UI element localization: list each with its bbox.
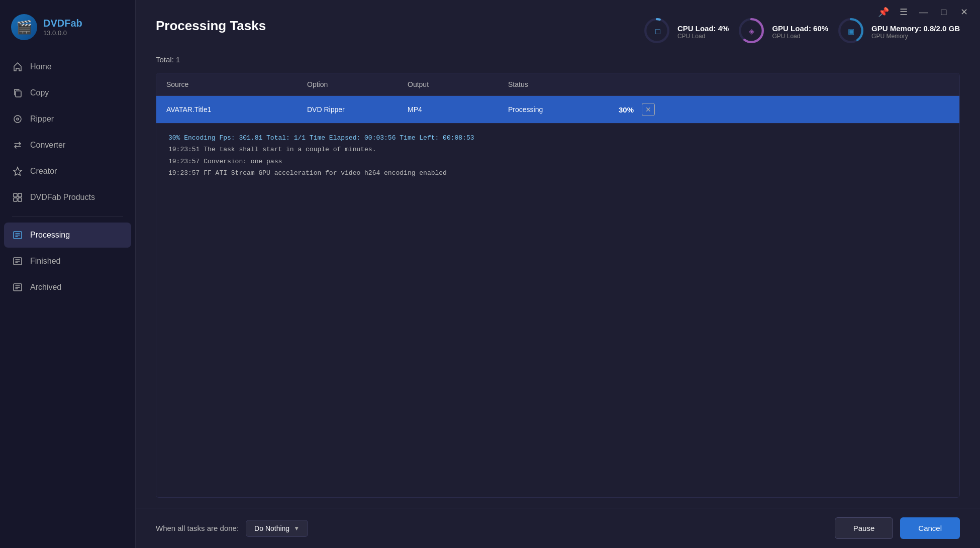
sidebar-item-creator[interactable]: Creator: [4, 159, 131, 184]
cell-status: Processing: [508, 105, 619, 114]
log-line-3: 19:23:57 FF ATI Stream GPU acceleration …: [168, 167, 947, 179]
sidebar-item-copy-label: Copy: [30, 88, 49, 97]
pin-button[interactable]: 📌: [877, 6, 890, 18]
svg-point-1: [14, 116, 21, 123]
when-done-row: When all tasks are done: Do Nothing ▼: [156, 520, 308, 537]
mem-metric: ▣ GPU Memory: 0.8/2.0 GB GPU Memory: [838, 18, 960, 45]
finished-icon: [12, 256, 23, 267]
progress-percent: 30%: [619, 105, 634, 114]
app-version: 13.0.0.0: [43, 29, 82, 37]
main-area: 📌 ☰ — □ ✕ Processing Tasks □: [136, 0, 980, 548]
page-title: Processing Tasks: [156, 18, 266, 34]
window-controls: 📌 ☰ — □ ✕: [877, 6, 970, 18]
header-option: Option: [307, 80, 408, 88]
sidebar-item-finished[interactable]: Finished: [4, 249, 131, 274]
logo-area: 🎬 DVDFab 13.0.0.0: [0, 5, 135, 54]
sidebar-item-dvdfab-products[interactable]: DVDFab Products: [4, 185, 131, 210]
close-button[interactable]: ✕: [958, 6, 970, 18]
sidebar-item-converter[interactable]: Converter: [4, 133, 131, 158]
svg-rect-4: [14, 193, 17, 197]
action-buttons: Pause Cancel: [835, 517, 960, 539]
table-header: Source Option Output Status: [156, 73, 959, 96]
maximize-button[interactable]: □: [938, 6, 950, 18]
content-area: Processing Tasks □ CPU Load: 4% CPU Load: [136, 0, 980, 508]
cell-output: MP4: [408, 105, 508, 114]
sidebar-item-processing[interactable]: Processing: [4, 223, 131, 248]
cpu-icon: □: [653, 29, 662, 34]
task-table: Source Option Output Status AVATAR.Title…: [156, 73, 960, 498]
when-done-label: When all tasks are done:: [156, 524, 239, 532]
sidebar-item-archived-label: Archived: [30, 283, 61, 292]
gpu-metric: ◈ GPU Load: 60% GPU Load: [739, 18, 828, 45]
converter-icon: [12, 140, 23, 151]
archived-icon: [12, 282, 23, 293]
ripper-icon: [12, 114, 23, 125]
header-output: Output: [408, 80, 508, 88]
gpu-ring: ◈: [739, 18, 766, 45]
cancel-button[interactable]: Cancel: [900, 517, 960, 539]
pause-button[interactable]: Pause: [835, 517, 894, 539]
app-name: DVDFab: [43, 18, 82, 29]
sidebar-item-creator-label: Creator: [30, 167, 57, 176]
bottom-bar: When all tasks are done: Do Nothing ▼ Pa…: [136, 508, 980, 548]
copy-icon: [12, 87, 23, 98]
gpu-label: GPU Load: 60%: [772, 24, 828, 33]
log-area: 30% Encoding Fps: 301.81 Total: 1/1 Time…: [156, 124, 959, 187]
sidebar-divider: [12, 216, 123, 216]
creator-icon: [12, 166, 23, 177]
minimize-button[interactable]: —: [918, 6, 930, 18]
mem-icon: ▣: [848, 29, 856, 35]
menu-button[interactable]: ☰: [898, 6, 910, 18]
sidebar-item-ripper-label: Ripper: [30, 115, 54, 124]
when-done-value: Do Nothing: [254, 524, 289, 532]
processing-icon: [12, 230, 23, 241]
mem-ring: ▣: [838, 18, 865, 45]
sidebar-item-dvdfab-label: DVDFab Products: [30, 193, 95, 202]
mem-sublabel: GPU Memory: [871, 33, 960, 40]
table-empty-area: [156, 187, 959, 497]
header-source: Source: [166, 80, 307, 88]
sidebar-item-converter-label: Converter: [30, 141, 65, 150]
svg-rect-0: [16, 91, 21, 97]
mem-info: GPU Memory: 0.8/2.0 GB GPU Memory: [871, 24, 960, 40]
cpu-sublabel: CPU Load: [677, 33, 729, 40]
gpu-sublabel: GPU Load: [772, 33, 828, 40]
logo-text: DVDFab 13.0.0.0: [43, 18, 82, 37]
cpu-ring: □: [644, 18, 671, 45]
sidebar-item-home-label: Home: [30, 62, 52, 71]
cell-progress: 30% ✕: [619, 103, 949, 116]
gpu-icon: ◈: [748, 29, 756, 35]
svg-rect-6: [14, 198, 17, 201]
gpu-info: GPU Load: 60% GPU Load: [772, 24, 828, 40]
metrics-bar: □ CPU Load: 4% CPU Load ◈: [644, 18, 960, 45]
home-icon: [12, 61, 23, 72]
total-row: Total: 1: [156, 55, 960, 64]
svg-rect-7: [18, 198, 22, 201]
log-line-2: 19:23:57 Conversion: one pass: [168, 156, 947, 167]
chevron-down-icon: ▼: [293, 525, 300, 532]
when-done-select[interactable]: Do Nothing ▼: [246, 520, 308, 537]
sidebar-item-finished-label: Finished: [30, 257, 60, 266]
table-row[interactable]: AVATAR.Title1 DVD Ripper MP4 Processing …: [156, 96, 959, 124]
svg-point-2: [17, 118, 19, 120]
svg-marker-3: [14, 167, 22, 175]
cpu-metric: □ CPU Load: 4% CPU Load: [644, 18, 729, 45]
header-status: Status: [508, 80, 619, 88]
cell-source: AVATAR.Title1: [166, 105, 307, 114]
header-extra: [619, 80, 949, 88]
cpu-label: CPU Load: 4%: [677, 24, 729, 33]
page-header: Processing Tasks □ CPU Load: 4% CPU Load: [156, 18, 960, 45]
sidebar: 🎬 DVDFab 13.0.0.0 Home Copy: [0, 0, 136, 548]
logo-icon: 🎬: [11, 14, 37, 40]
sidebar-item-ripper[interactable]: Ripper: [4, 106, 131, 132]
sidebar-item-archived[interactable]: Archived: [4, 275, 131, 300]
sidebar-item-processing-label: Processing: [30, 231, 70, 240]
mem-label: GPU Memory: 0.8/2.0 GB: [871, 24, 960, 33]
sidebar-item-home[interactable]: Home: [4, 54, 131, 79]
total-count: 1: [176, 55, 180, 64]
total-text: Total:: [156, 55, 174, 64]
delete-task-button[interactable]: ✕: [642, 103, 655, 116]
sidebar-item-copy[interactable]: Copy: [4, 80, 131, 105]
cell-option: DVD Ripper: [307, 105, 408, 114]
sidebar-nav: Home Copy Ripper: [0, 54, 135, 300]
